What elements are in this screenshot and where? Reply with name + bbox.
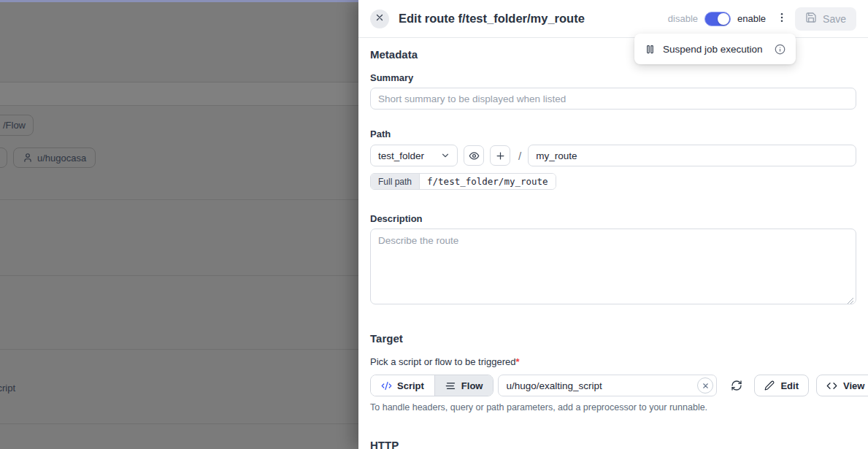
tab-script[interactable]: Script bbox=[371, 375, 435, 396]
user-icon bbox=[23, 153, 33, 163]
view-button-label: View bbox=[843, 380, 864, 391]
flow-bars-icon bbox=[445, 380, 456, 391]
close-button[interactable] bbox=[370, 9, 389, 28]
preview-folder-button[interactable] bbox=[464, 145, 484, 166]
drawer-content: Metadata Summary Path test_folder / bbox=[358, 38, 868, 449]
toggle-knob bbox=[718, 13, 729, 25]
path-separator: / bbox=[518, 150, 521, 162]
background-flow-filter-chip[interactable]: /Flow bbox=[0, 115, 34, 136]
options-dropdown-menu: Suspend job execution bbox=[634, 34, 796, 64]
dimmed-background-page: /Flow u/hugocasa script bbox=[0, 0, 358, 449]
tab-script-label: Script bbox=[397, 380, 424, 391]
view-runnable-button[interactable]: View bbox=[816, 375, 868, 396]
more-options-button[interactable] bbox=[776, 12, 788, 26]
flow-chip-label: /Flow bbox=[3, 120, 26, 131]
description-label: Description bbox=[370, 213, 856, 224]
divider bbox=[0, 349, 358, 350]
save-button[interactable]: Save bbox=[795, 7, 856, 31]
enable-toggle-row: disable enable bbox=[668, 12, 766, 26]
background-partial-text: script bbox=[0, 383, 15, 394]
http-heading: HTTP bbox=[370, 439, 856, 449]
chevron-down-icon bbox=[440, 150, 450, 161]
close-icon bbox=[375, 12, 385, 26]
refresh-icon bbox=[731, 380, 742, 391]
user-badge-label: u/hugocasa bbox=[37, 153, 86, 164]
required-marker: * bbox=[515, 356, 519, 367]
script-flow-toggle-group: Script Flow bbox=[370, 375, 493, 396]
description-field bbox=[370, 229, 856, 307]
picker-label-row: Pick a script or flow to be triggered* bbox=[370, 356, 856, 367]
preprocessor-help-text: To handle headers, query or path paramet… bbox=[370, 402, 856, 412]
full-path-chip: Full path f/test_folder/my_route bbox=[370, 173, 556, 190]
enable-toggle[interactable] bbox=[704, 12, 731, 26]
edit-button-label: Edit bbox=[780, 380, 799, 391]
target-picker-row: Script Flow bbox=[370, 375, 856, 396]
code-xml-icon bbox=[381, 380, 392, 391]
add-folder-button[interactable] bbox=[490, 145, 510, 166]
save-icon bbox=[805, 12, 817, 26]
description-textarea[interactable] bbox=[370, 229, 856, 304]
tab-flow-label: Flow bbox=[461, 380, 483, 391]
divider bbox=[0, 82, 358, 82]
folder-select[interactable]: test_folder bbox=[370, 145, 458, 166]
pencil-icon bbox=[764, 380, 775, 391]
eye-icon bbox=[469, 150, 480, 161]
divider bbox=[0, 199, 358, 200]
runnable-path-input[interactable] bbox=[498, 375, 717, 396]
background-row bbox=[0, 82, 358, 105]
runnable-picker bbox=[498, 375, 717, 396]
code-icon bbox=[826, 380, 837, 391]
pause-icon bbox=[645, 44, 656, 55]
info-icon[interactable] bbox=[775, 44, 786, 55]
edit-route-drawer: Edit route f/test_folder/my_route disabl… bbox=[358, 0, 868, 449]
target-heading: Target bbox=[370, 332, 856, 345]
divider bbox=[0, 105, 358, 106]
tab-flow[interactable]: Flow bbox=[435, 375, 493, 396]
toggle-on-label: enable bbox=[737, 13, 766, 24]
kebab-menu-icon bbox=[776, 12, 788, 26]
toggle-off-label: disable bbox=[668, 13, 698, 24]
drawer-title: Edit route f/test_folder/my_route bbox=[399, 12, 585, 26]
edit-runnable-button[interactable]: Edit bbox=[754, 375, 809, 396]
background-user-badge[interactable]: u/hugocasa bbox=[13, 147, 96, 168]
folder-select-value: test_folder bbox=[378, 150, 424, 161]
page-top-accent-bar bbox=[0, 0, 358, 2]
route-name-input[interactable] bbox=[528, 145, 856, 166]
full-path-label: Full path bbox=[371, 174, 419, 189]
summary-input[interactable] bbox=[370, 88, 856, 110]
save-button-label: Save bbox=[823, 13, 846, 25]
refresh-runnable-button[interactable] bbox=[731, 380, 742, 391]
x-icon bbox=[702, 382, 710, 390]
full-path-value: f/test_folder/my_route bbox=[419, 174, 556, 189]
divider bbox=[0, 423, 358, 424]
menu-item-suspend-job-execution[interactable]: Suspend job execution bbox=[663, 44, 767, 55]
path-label: Path bbox=[370, 128, 856, 139]
plus-icon bbox=[495, 150, 506, 161]
path-row: test_folder / bbox=[370, 145, 856, 166]
full-path-row: Full path f/test_folder/my_route bbox=[370, 173, 856, 190]
summary-label: Summary bbox=[370, 72, 856, 83]
picker-label: Pick a script or flow to be triggered bbox=[370, 356, 515, 367]
divider bbox=[0, 275, 358, 276]
background-cropped-chip[interactable] bbox=[0, 147, 7, 168]
drawer-header: Edit route f/test_folder/my_route disabl… bbox=[358, 0, 868, 38]
